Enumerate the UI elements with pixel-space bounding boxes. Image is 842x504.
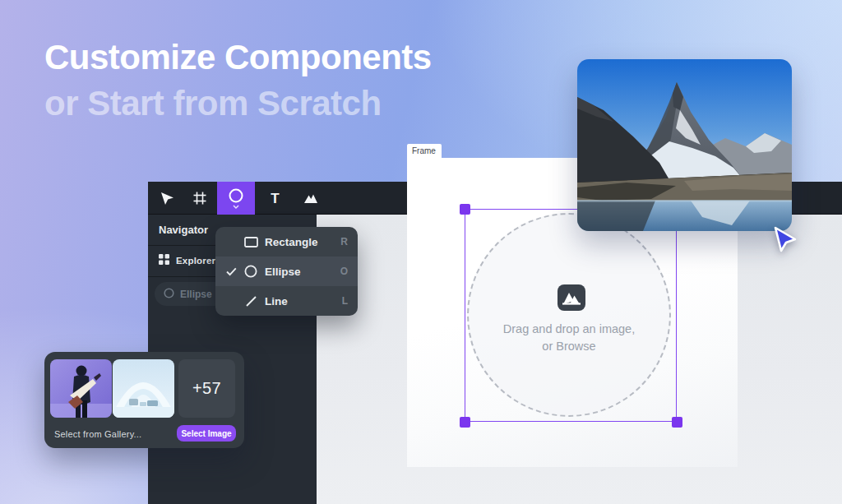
ellipse-icon <box>228 187 244 204</box>
text-icon: T <box>271 192 279 206</box>
menu-item-line[interactable]: Line L <box>215 286 358 316</box>
selection-handle-bottom-left[interactable] <box>460 417 470 428</box>
gallery-thumbnail-guitar[interactable] <box>50 359 112 418</box>
image-tool-button[interactable] <box>293 182 328 215</box>
ellipse-tool-button[interactable] <box>217 182 255 215</box>
frame-tool-button[interactable] <box>182 182 217 215</box>
hero-heading: Customize Components or Start from Scrat… <box>44 35 432 127</box>
dropzone-text[interactable]: Drag and drop an image, or Browse <box>454 321 684 355</box>
select-image-label: Select Image <box>181 429 231 438</box>
frame-icon <box>192 190 208 206</box>
menu-item-ellipse[interactable]: Ellipse O <box>215 257 358 286</box>
gallery-caption: Select from Gallery... <box>54 429 141 439</box>
dropzone-line1: Drag and drop an image, <box>454 321 684 338</box>
gallery-more-count: +57 <box>192 379 221 398</box>
frame-label: Frame <box>412 146 436 155</box>
dropzone-line2: or Browse <box>454 338 684 355</box>
gallery-widget: +57 Select from Gallery... Select Image <box>44 352 244 448</box>
menu-item-label: Rectangle <box>265 236 318 248</box>
menu-item-label: Line <box>265 295 288 307</box>
menu-item-shortcut: O <box>340 266 348 277</box>
navigator-header: Navigator <box>159 224 208 236</box>
mountain-photo[interactable] <box>577 59 792 231</box>
ellipse-icon <box>164 287 174 302</box>
grid-icon <box>159 253 169 268</box>
cursor-icon <box>158 190 174 206</box>
select-image-button[interactable]: Select Image <box>177 425 236 442</box>
chevron-down-icon <box>233 205 239 209</box>
check-icon <box>224 267 238 276</box>
selection-rectangle <box>465 209 677 422</box>
selection-handle-bottom-right[interactable] <box>672 417 682 428</box>
ellipse-icon <box>243 265 259 278</box>
shape-dropdown-menu: Rectangle R Ellipse O Line L <box>215 227 358 316</box>
selection-handle-top-left[interactable] <box>460 204 470 215</box>
menu-item-rectangle[interactable]: Rectangle R <box>215 227 358 257</box>
frame-tab[interactable]: Frame <box>407 144 442 158</box>
mountain-icon <box>303 190 319 206</box>
rectangle-icon <box>243 237 259 247</box>
menu-item-label: Ellipse <box>265 266 301 278</box>
cursor-tool-button[interactable] <box>148 182 183 215</box>
cursor-pointer-icon <box>771 225 799 257</box>
hero-title-line1: Customize Components <box>44 35 432 81</box>
page: Customize Components or Start from Scrat… <box>0 0 842 504</box>
menu-item-shortcut: R <box>340 236 348 247</box>
layer-label: Ellipse <box>180 289 212 300</box>
gallery-more-tile[interactable]: +57 <box>178 359 235 418</box>
menu-item-shortcut: L <box>342 295 348 307</box>
text-tool-button[interactable]: T <box>257 182 293 215</box>
hero-title-line2: or Start from Scratch <box>44 81 432 127</box>
explorer-label: Explorer <box>176 256 215 266</box>
image-placeholder-icon <box>557 284 585 311</box>
gallery-thumbnail-igloo[interactable] <box>113 359 174 418</box>
line-icon <box>243 295 259 307</box>
